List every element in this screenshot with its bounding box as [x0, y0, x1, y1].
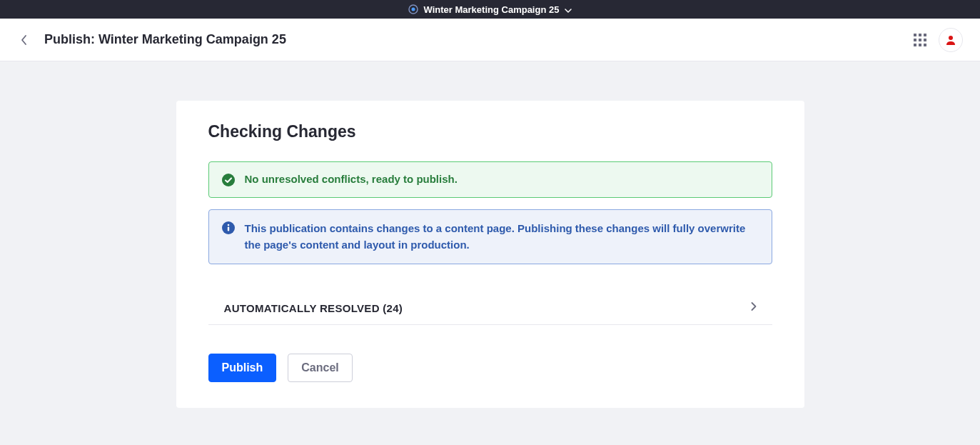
success-alert: No unresolved conflicts, ready to publis…	[208, 161, 772, 198]
header-left: Publish: Winter Marketing Campaign 25	[17, 32, 286, 47]
info-alert-text: This publication contains changes to a c…	[245, 221, 759, 253]
svg-rect-3	[919, 34, 921, 36]
header-bar: Publish: Winter Marketing Campaign 25	[0, 19, 980, 61]
user-avatar[interactable]	[939, 28, 963, 52]
svg-point-1	[411, 8, 415, 11]
cancel-button[interactable]: Cancel	[288, 354, 352, 382]
svg-rect-2	[914, 34, 916, 36]
grid-icon	[914, 34, 926, 46]
svg-point-12	[222, 174, 235, 186]
svg-rect-15	[227, 227, 228, 231]
info-alert: This publication contains changes to a c…	[208, 209, 772, 264]
apps-button[interactable]	[913, 33, 927, 47]
top-bar: Winter Marketing Campaign 25	[0, 0, 980, 19]
info-circle-icon	[222, 221, 235, 234]
header-right	[913, 28, 963, 52]
svg-rect-5	[914, 39, 916, 41]
check-circle-icon	[222, 174, 235, 186]
svg-rect-9	[919, 44, 921, 46]
svg-rect-6	[919, 39, 921, 41]
section-list: AUTOMATICALLY RESOLVED (24)	[208, 293, 772, 325]
target-icon	[408, 4, 418, 14]
workspace-selector[interactable]: Winter Marketing Campaign 25	[408, 4, 572, 15]
page-title: Publish: Winter Marketing Campaign 25	[44, 32, 286, 47]
svg-rect-7	[924, 39, 926, 41]
publish-button[interactable]: Publish	[208, 354, 277, 382]
svg-rect-8	[914, 44, 916, 46]
auto-resolved-label: AUTOMATICALLY RESOLVED (24)	[224, 302, 403, 314]
card-title: Checking Changes	[208, 122, 772, 141]
svg-rect-4	[924, 34, 926, 36]
back-button[interactable]	[17, 33, 31, 47]
success-alert-text: No unresolved conflicts, ready to publis…	[245, 173, 458, 185]
publish-card: Checking Changes No unresolved conflicts…	[176, 101, 804, 408]
svg-point-11	[949, 36, 953, 40]
main-content: Checking Changes No unresolved conflicts…	[0, 61, 980, 429]
svg-rect-10	[924, 44, 926, 46]
chevron-right-icon	[751, 301, 757, 314]
svg-point-14	[227, 224, 229, 226]
user-icon	[945, 34, 956, 46]
auto-resolved-section[interactable]: AUTOMATICALLY RESOLVED (24)	[208, 293, 772, 325]
chevron-left-icon	[21, 34, 28, 46]
caret-down-icon	[565, 4, 572, 15]
workspace-title: Winter Marketing Campaign 25	[424, 4, 560, 15]
action-bar: Publish Cancel	[208, 354, 772, 382]
